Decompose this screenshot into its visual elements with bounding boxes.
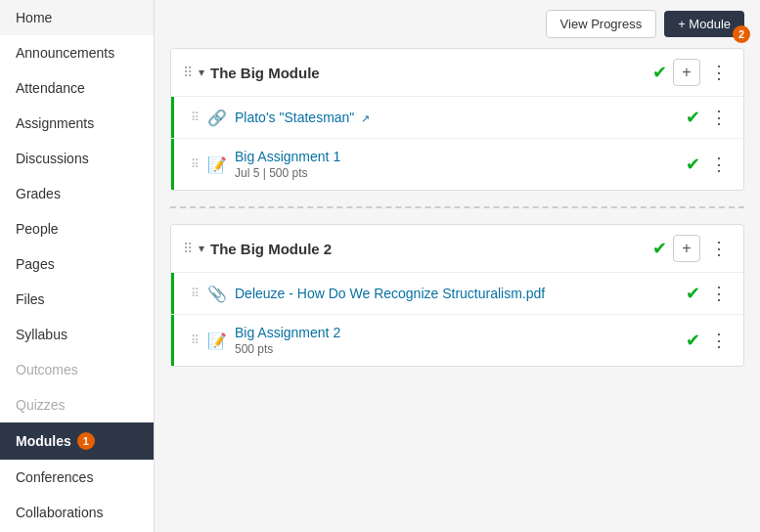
item-1-link[interactable]: Plato's "Statesman" ↗ [235,110,370,125]
item-4-drag[interactable]: ⠿ [191,333,200,347]
module-2-add-button[interactable]: + [673,235,700,262]
sidebar-item-grades-label: Grades [16,186,61,201]
item-3-title[interactable]: Deleuze - How Do We Recognize Structural… [235,286,678,301]
item-2-actions: ✔ ⋮ [686,154,732,175]
item-1-title[interactable]: Plato's "Statesman" ↗ [235,110,678,125]
module-1-check-icon: ✔ [652,62,667,83]
module-1-item-1: ⠿ 🔗 Plato's "Statesman" ↗ ✔ ⋮ [171,97,743,139]
item-2-info: Big Assignment 1 Jul 5 | 500 pts [235,149,678,180]
item-1-external-icon: ↗ [361,112,370,124]
item-4-actions: ✔ ⋮ [686,330,732,351]
view-progress-button[interactable]: View Progress [546,10,657,38]
item-2-kebab-button[interactable]: ⋮ [706,154,732,175]
item-4-meta: 500 pts [235,342,678,356]
sidebar-item-assignments[interactable]: Assignments [0,106,154,141]
sidebar-item-collaborations[interactable]: Collaborations [0,495,154,530]
module-1-kebab-button[interactable]: ⋮ [706,62,732,83]
item-2-assignment-icon: 📝 [207,155,227,174]
sidebar-item-quizzes-label: Quizzes [16,397,66,413]
module-1-item-2: ⠿ 📝 Big Assignment 1 Jul 5 | 500 pts ✔ ⋮ [171,139,743,190]
sidebar-item-outcomes: Outcomes [0,352,154,387]
toolbar: View Progress + Module 2 [155,0,760,48]
item-1-left-border [171,97,174,138]
item-1-link-icon: 🔗 [207,109,227,127]
module-card-1: ⠿ ▾ The Big Module ✔ + ⋮ ⠿ 🔗 Plato's "St… [170,48,744,191]
sidebar-item-files-label: Files [16,291,45,307]
module-1-drag-handle[interactable]: ⠿ [183,65,193,80]
module-2-item-1: ⠿ 📎 Deleuze - How Do We Recognize Struct… [171,273,743,315]
module-2-drag-handle[interactable]: ⠿ [183,241,193,256]
module-2-title: The Big Module 2 [210,241,647,257]
item-1-info: Plato's "Statesman" ↗ [235,110,678,125]
sidebar-item-discussions-label: Discussions [16,151,89,166]
item-1-drag[interactable]: ⠿ [191,111,200,124]
item-3-check-icon: ✔ [686,283,700,304]
module-2-actions: ✔ + ⋮ [652,235,732,262]
sidebar-item-attendance-label: Attendance [16,80,85,96]
sidebar-item-home[interactable]: Home [0,0,154,35]
sidebar-item-people[interactable]: People [0,211,154,246]
module-1-add-button[interactable]: + [673,59,700,86]
sidebar-item-attendance[interactable]: Attendance [0,70,154,106]
module-2-check-icon: ✔ [652,238,667,259]
item-2-check-icon: ✔ [686,154,700,175]
module-2-chevron[interactable]: ▾ [199,242,204,255]
item-2-drag[interactable]: ⠿ [191,157,200,171]
add-module-label: + Module [678,17,731,31]
sidebar-item-conferences[interactable]: Conferences [0,460,154,495]
item-2-meta: Jul 5 | 500 pts [235,166,678,180]
sidebar-item-quizzes: Quizzes [0,387,154,422]
sidebar-item-announcements-label: Announcements [16,45,114,61]
module-badge: 2 [733,25,750,43]
item-2-title[interactable]: Big Assignment 1 [235,149,678,164]
item-3-drag[interactable]: ⠿ [191,287,200,300]
item-3-link[interactable]: Deleuze - How Do We Recognize Structural… [235,286,545,301]
item-1-kebab-button[interactable]: ⋮ [706,107,732,128]
sidebar-item-pages-label: Pages [16,256,55,272]
module-divider [170,206,744,208]
item-2-link[interactable]: Big Assignment 1 [235,149,340,164]
item-3-left-border [171,273,174,314]
sidebar-item-assignments-label: Assignments [16,115,94,131]
sidebar-item-modules[interactable]: Modules1 [0,422,154,460]
sidebar-item-announcements[interactable]: Announcements [0,35,154,70]
item-4-left-border [171,315,174,366]
item-3-actions: ✔ ⋮ [686,283,732,304]
item-2-left-border [171,139,174,190]
item-1-check-icon: ✔ [686,107,700,128]
item-4-title[interactable]: Big Assignment 2 [235,325,678,340]
module-2-header: ⠿ ▾ The Big Module 2 ✔ + ⋮ [171,225,743,273]
item-3-info: Deleuze - How Do We Recognize Structural… [235,286,678,301]
sidebar-item-grades[interactable]: Grades [0,176,154,211]
sidebar-item-syllabus-label: Syllabus [16,327,67,342]
modules-area: ⠿ ▾ The Big Module ✔ + ⋮ ⠿ 🔗 Plato's "St… [155,48,760,398]
module-1-actions: ✔ + ⋮ [652,59,732,86]
module-2-item-2: ⠿ 📝 Big Assignment 2 500 pts ✔ ⋮ [171,315,743,366]
sidebar-item-conferences-label: Conferences [16,469,93,485]
item-1-actions: ✔ ⋮ [686,107,732,128]
sidebar-item-discussions[interactable]: Discussions [0,141,154,176]
item-4-kebab-button[interactable]: ⋮ [706,330,732,351]
sidebar-item-people-label: People [16,221,59,237]
sidebar-item-collaborations-label: Collaborations [16,505,104,520]
item-4-assignment-icon: 📝 [207,332,227,350]
module-1-title: The Big Module [210,65,647,81]
sidebar-item-outcomes-label: Outcomes [16,362,78,377]
sidebar-item-pages[interactable]: Pages [0,246,154,282]
sidebar: HomeAnnouncementsAttendanceAssignmentsDi… [0,0,155,532]
item-3-kebab-button[interactable]: ⋮ [706,283,732,304]
sidebar-item-files[interactable]: Files [0,282,154,317]
module-card-2: ⠿ ▾ The Big Module 2 ✔ + ⋮ ⠿ 📎 Deleuze -… [170,224,744,367]
sidebar-item-home-label: Home [16,10,52,25]
module-1-chevron[interactable]: ▾ [199,66,204,79]
module-2-kebab-button[interactable]: ⋮ [706,238,732,259]
item-3-file-icon: 📎 [207,285,227,303]
modules-nav-badge: 1 [77,432,95,450]
item-4-link[interactable]: Big Assignment 2 [235,325,340,340]
item-4-check-icon: ✔ [686,330,700,351]
item-4-info: Big Assignment 2 500 pts [235,325,678,356]
sidebar-item-modules-label: Modules [16,433,71,449]
sidebar-item-syllabus[interactable]: Syllabus [0,317,154,352]
add-module-button[interactable]: + Module 2 [664,11,744,37]
main-content: View Progress + Module 2 ⠿ ▾ The Big Mod… [155,0,760,532]
